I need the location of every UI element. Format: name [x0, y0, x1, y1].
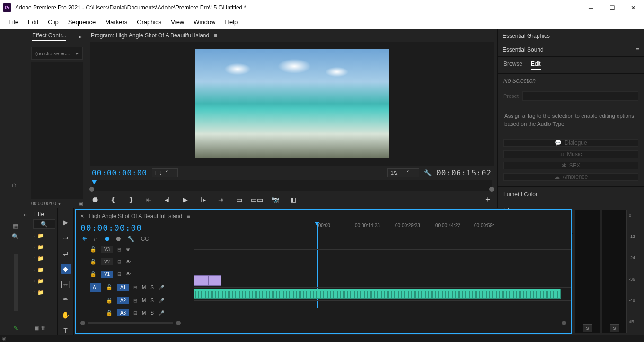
- play-button-icon[interactable]: ▶: [182, 196, 188, 203]
- track-name[interactable]: V2: [101, 258, 113, 265]
- track-name[interactable]: A1: [117, 284, 129, 291]
- solo-button[interactable]: S: [150, 298, 154, 303]
- essential-sound-tab[interactable]: Essential Sound: [503, 46, 544, 53]
- essential-graphics-tab[interactable]: Essential Graphics: [503, 33, 550, 39]
- dialogue-button[interactable]: 💬Dialogue: [503, 139, 638, 147]
- menu-graphics[interactable]: Graphics: [132, 17, 166, 27]
- sync-lock-icon[interactable]: ⊟: [117, 247, 121, 252]
- minimize-button[interactable]: ─: [580, 0, 601, 15]
- sync-lock-icon[interactable]: ⊟: [117, 272, 121, 277]
- panel-menu-icon[interactable]: ≡: [214, 32, 217, 39]
- sync-lock-icon[interactable]: ⊟: [133, 285, 137, 290]
- comparison-view-icon[interactable]: ◧: [290, 196, 296, 203]
- source-patch[interactable]: A1: [90, 283, 101, 292]
- lock-icon[interactable]: 🔓: [90, 259, 97, 265]
- program-tab-label[interactable]: Program: High Angle Shot Of A Beautiful …: [91, 32, 209, 39]
- sfx-button[interactable]: ✱SFX: [503, 162, 638, 169]
- effects-search-input[interactable]: 🔍: [33, 219, 55, 229]
- export-frame-icon[interactable]: 📷: [272, 196, 278, 203]
- effects-folder-row[interactable]: ›📁: [32, 287, 56, 298]
- audio-clip[interactable]: [194, 289, 561, 299]
- menu-help[interactable]: Help: [221, 17, 243, 27]
- mute-button[interactable]: M: [142, 285, 146, 290]
- es-edit-tab[interactable]: Edit: [531, 61, 541, 70]
- eye-icon[interactable]: 👁: [126, 259, 131, 264]
- home-icon[interactable]: ⌂: [12, 181, 17, 189]
- razor-tool-icon[interactable]: ◆: [61, 264, 71, 274]
- menu-clip[interactable]: Clip: [43, 17, 63, 27]
- panel-overflow-icon[interactable]: »: [79, 34, 82, 40]
- zoom-slider[interactable]: [14, 254, 18, 311]
- voiceover-icon[interactable]: 🎤: [159, 298, 164, 303]
- eye-icon[interactable]: 👁: [126, 272, 131, 277]
- panel-menu-icon[interactable]: ≡: [636, 46, 639, 53]
- hand-tool-icon[interactable]: ✋: [61, 310, 71, 320]
- menu-view[interactable]: View: [166, 17, 189, 27]
- new-bin-icon[interactable]: ▣: [79, 201, 83, 206]
- video-track-v2[interactable]: 🔓V2⊟👁: [76, 255, 571, 268]
- program-time-ruler[interactable]: [92, 180, 492, 191]
- step-forward-icon[interactable]: Ⅰ▸: [200, 196, 206, 203]
- lock-icon[interactable]: 🔓: [106, 310, 113, 316]
- track-name[interactable]: V3: [101, 246, 113, 253]
- audio-meter-left[interactable]: S: [575, 210, 600, 333]
- menu-window[interactable]: Window: [189, 17, 220, 27]
- effects-folder-row[interactable]: ›📁: [32, 264, 56, 275]
- audio-track-a3[interactable]: 🔓A3⊟MS🎤: [76, 307, 571, 319]
- lock-icon[interactable]: 🔓: [90, 271, 97, 277]
- captions-icon[interactable]: CC: [141, 236, 149, 242]
- effect-controls-timecode[interactable]: 00:00:00:00: [31, 201, 56, 206]
- new-item-icon[interactable]: ✎: [2, 323, 29, 333]
- add-marker-icon[interactable]: ⬣: [92, 196, 98, 203]
- wrench-icon[interactable]: 🔧: [127, 236, 134, 242]
- mute-button[interactable]: M: [142, 310, 146, 316]
- video-track-v1[interactable]: 🔓V1⊟👁: [76, 268, 571, 280]
- lock-icon[interactable]: 🔓: [106, 298, 113, 304]
- timeline-ruler[interactable]: :00:00 00:00:14:23 00:00:29:23 00:00:44:…: [317, 223, 566, 234]
- video-track-v3[interactable]: 🔓V3⊟👁: [76, 243, 571, 255]
- playhead-chevron-icon[interactable]: ▾: [58, 201, 61, 206]
- panel-overflow-icon[interactable]: »: [2, 210, 29, 221]
- lift-icon[interactable]: ▭: [236, 196, 242, 203]
- menu-file[interactable]: File: [4, 17, 23, 27]
- mark-out-icon[interactable]: ❵: [128, 196, 134, 203]
- ripple-edit-tool-icon[interactable]: ⇄: [61, 248, 71, 258]
- track-name[interactable]: A3: [117, 309, 129, 316]
- selection-tool-icon[interactable]: ▶: [61, 218, 71, 228]
- menu-sequence[interactable]: Sequence: [63, 17, 101, 27]
- track-name[interactable]: V1: [101, 271, 113, 278]
- sync-lock-icon[interactable]: ⊟: [133, 298, 137, 303]
- audio-track-a1[interactable]: A1🔓A1⊟MS🎤: [76, 280, 571, 294]
- eye-icon[interactable]: 👁: [126, 247, 131, 252]
- effects-folder-row[interactable]: ›📁: [32, 253, 56, 264]
- effects-folder-row[interactable]: ›📁: [32, 241, 56, 253]
- lock-icon[interactable]: 🔓: [90, 246, 97, 253]
- music-button[interactable]: ♫Music: [503, 150, 638, 158]
- trash-icon[interactable]: 🗑: [41, 325, 46, 331]
- lock-icon[interactable]: 🔓: [106, 284, 113, 290]
- solo-button[interactable]: S: [150, 310, 154, 316]
- sync-lock-icon[interactable]: ⊟: [133, 310, 137, 316]
- mute-button[interactable]: M: [142, 298, 146, 303]
- go-to-out-icon[interactable]: ⇥: [218, 196, 224, 203]
- effects-folder-row[interactable]: ›📁: [32, 275, 56, 287]
- preset-dropdown[interactable]: [522, 91, 638, 101]
- effects-folder-row[interactable]: ›📁: [32, 230, 56, 241]
- close-sequence-icon[interactable]: ×: [80, 212, 84, 219]
- zoom-fit-select[interactable]: Fit ˅: [152, 168, 178, 177]
- maximize-button[interactable]: ☐: [601, 0, 623, 15]
- menu-edit[interactable]: Edit: [23, 17, 43, 27]
- lumetri-color-tab[interactable]: Lumetri Color: [498, 186, 644, 202]
- effect-controls-tab[interactable]: Effect Contr...: [32, 32, 66, 41]
- freeform-view-icon[interactable]: ▦: [2, 221, 29, 231]
- linked-selection-icon[interactable]: ∩: [94, 236, 98, 242]
- audio-meter-right[interactable]: S: [602, 210, 627, 333]
- search-icon[interactable]: 🔍: [2, 231, 29, 242]
- track-name[interactable]: A2: [117, 297, 129, 304]
- close-button[interactable]: ✕: [623, 0, 644, 15]
- timeline-settings-icon[interactable]: ⬣: [116, 236, 121, 242]
- solo-left-button[interactable]: S: [583, 324, 592, 332]
- timeline-current-timecode[interactable]: 00:00:00:00: [80, 223, 199, 233]
- slip-tool-icon[interactable]: |↔|: [61, 280, 71, 289]
- solo-button[interactable]: S: [150, 285, 154, 290]
